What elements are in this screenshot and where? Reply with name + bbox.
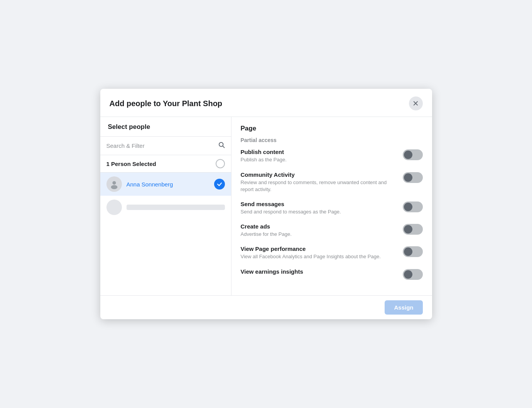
page-heading: Page (241, 125, 423, 132)
toggle-track[interactable] (403, 149, 423, 160)
permission-title: View earnings insights (241, 268, 397, 275)
permission-item: Publish contentPublish as the Page. (241, 149, 423, 163)
permission-text: Create adsAdvertise for the Page. (241, 223, 397, 238)
permission-toggle[interactable] (403, 224, 423, 235)
left-panel: Select people 1 Person Selected (100, 117, 231, 295)
permissions-list: Publish contentPublish as the Page.Commu… (241, 149, 423, 287)
toggle-track[interactable] (403, 224, 423, 235)
permission-title: Create ads (241, 223, 397, 230)
modal: Add people to Your Plant Shop ✕ Select p… (100, 89, 432, 319)
toggle-track[interactable] (403, 201, 423, 212)
modal-footer: Assign (100, 295, 432, 319)
toggle-track[interactable] (403, 269, 423, 280)
toggle-thumb (404, 173, 412, 182)
permission-text: View earnings insights (241, 268, 397, 276)
search-bar (100, 137, 231, 155)
svg-point-3 (111, 185, 117, 189)
permission-item: View Page performanceView all Facebook A… (241, 245, 423, 260)
permission-desc: Review and respond to comments, remove u… (241, 179, 397, 193)
permission-title: Send messages (241, 201, 397, 207)
toggle-thumb (404, 225, 412, 234)
blank-list-item (100, 196, 231, 219)
partial-access-label: Partial access (241, 137, 423, 143)
toggle-thumb (404, 247, 412, 256)
right-panel: Page Partial access Publish contentPubli… (231, 117, 432, 295)
toggle-track[interactable] (403, 172, 423, 183)
permission-toggle[interactable] (403, 172, 423, 183)
person-selected-row: 1 Person Selected (100, 155, 231, 173)
permission-text: Publish contentPublish as the Page. (241, 149, 397, 163)
modal-body: Select people 1 Person Selected (100, 117, 432, 295)
close-icon: ✕ (412, 99, 419, 108)
permission-title: Community Activity (241, 171, 397, 178)
permission-title: Publish content (241, 149, 397, 155)
permission-title: View Page performance (241, 245, 397, 252)
permission-desc: Send and respond to messages as the Page… (241, 208, 397, 215)
permission-item: View earnings insights (241, 268, 423, 280)
close-button[interactable]: ✕ (409, 96, 423, 110)
person-item[interactable]: Anna Sonnenberg (100, 173, 231, 196)
permission-desc: Publish as the Page. (241, 156, 397, 163)
toggle-track[interactable] (403, 246, 423, 257)
permission-text: View Page performanceView all Facebook A… (241, 245, 397, 260)
permission-desc: View all Facebook Analytics and Page Ins… (241, 253, 397, 260)
toggle-thumb (404, 270, 412, 279)
avatar (106, 176, 122, 192)
select-all-checkbox[interactable] (216, 159, 225, 168)
person-checked-indicator (214, 179, 225, 190)
permission-item: Community ActivityReview and respond to … (241, 171, 423, 193)
permission-toggle[interactable] (403, 201, 423, 212)
blank-avatar (106, 200, 122, 215)
permission-item: Create adsAdvertise for the Page. (241, 223, 423, 238)
permission-toggle[interactable] (403, 246, 423, 257)
toggle-thumb (404, 151, 412, 159)
assign-button[interactable]: Assign (385, 300, 422, 315)
svg-line-1 (223, 146, 224, 148)
blank-name-line (127, 205, 225, 210)
permission-text: Community ActivityReview and respond to … (241, 171, 397, 193)
person-name: Anna Sonnenberg (127, 181, 209, 188)
permission-desc: Advertise for the Page. (241, 231, 397, 238)
search-icon (218, 141, 225, 150)
search-input[interactable] (106, 142, 214, 149)
modal-header: Add people to Your Plant Shop ✕ (100, 89, 432, 117)
permission-toggle[interactable] (403, 149, 423, 160)
permission-item: Send messagesSend and respond to message… (241, 201, 423, 215)
modal-title: Add people to Your Plant Shop (110, 99, 223, 108)
toggle-thumb (404, 203, 412, 211)
selected-count-label: 1 Person Selected (106, 161, 156, 167)
select-people-heading: Select people (100, 117, 231, 137)
svg-point-2 (112, 181, 116, 185)
permission-toggle[interactable] (403, 269, 423, 280)
permission-text: Send messagesSend and respond to message… (241, 201, 397, 215)
